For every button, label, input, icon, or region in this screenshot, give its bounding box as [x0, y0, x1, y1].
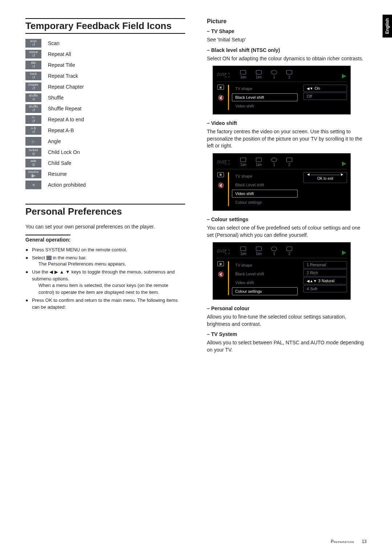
feedback-icon: safe⊘ [25, 159, 41, 167]
feedback-icon: title↺ [25, 61, 41, 69]
black-level-heading: – Black level shift (NTSC only) [207, 47, 367, 53]
feedback-icon-label: Child Safe [48, 160, 72, 166]
black-level-body: Select ON for adapting the colour dynami… [207, 55, 367, 62]
feedback-icon: shuffle↺ [25, 104, 41, 113]
feedback-icon: ▷ [25, 137, 41, 146]
osd-screenshot-colour: DVD ⛶ 1en 1en 1 2 ▶ ▣ 🔇 TV shapeBlack Le… [213, 242, 351, 300]
sound-tab-icon: 🔇 [218, 271, 224, 277]
feedback-icon-row: chapter↺Repeat Chapter [25, 82, 185, 91]
feedback-icon: A-B↺ [25, 126, 41, 135]
osd-screenshot-videoshift: DVD ⛶ 1en 1en 1 2 ▶ ▣ 🔇 TV shapeBlack Le… [213, 153, 351, 211]
tv-shape-body: See 'Initial Setup' [207, 36, 367, 44]
tv-system-heading: – TV System [207, 331, 367, 337]
feedback-icon-row: ✕Action prohibited [25, 181, 185, 189]
feedback-icon-label: Repeat A-B [48, 127, 74, 133]
sound-tab-icon: 🔇 [218, 182, 224, 188]
text: in the menu bar. [53, 255, 86, 260]
feedback-icon-row: title↺Repeat Title [25, 61, 185, 69]
video-shift-body: The factory centres the video on your sc… [207, 128, 367, 150]
text: Use the [32, 269, 49, 275]
feedback-icon: shuffle⤨ [25, 93, 41, 102]
feedback-icon: A-↺ [25, 115, 41, 124]
feedback-icon-label: Repeat Title [48, 62, 75, 68]
personal-colour-heading: – Personal colour [207, 305, 367, 311]
cursor-arrows-icon: ◀ ▶ ▲ ▼ [49, 269, 70, 275]
colour-settings-heading: – Colour settings [207, 216, 367, 222]
picture-tab-icon: ▣ [217, 85, 224, 90]
feedback-icon-row: repeat↺Repeat All [25, 50, 185, 58]
feedback-icon-row: safe⊘Child Safe [25, 159, 185, 167]
personal-preferences-title: Personal Preferences [25, 204, 185, 219]
general-operation-list: Press SYSTEM MENU on the remote control.… [25, 246, 185, 311]
left-column: Temporary Feedback Field Icons scan↺Scan… [25, 18, 185, 357]
tv-system-body: Allows you to select between PAL, NTSC a… [207, 339, 367, 353]
colour-settings-body: You can select one of five predefined se… [207, 224, 367, 239]
feedback-icon-row: shuffle↺Shuffle Repeat [25, 104, 185, 113]
pp-intro-text: You can set your own personal preference… [25, 224, 185, 230]
picture-tab-icon: ▣ [217, 172, 224, 177]
picture-heading: Picture [207, 18, 367, 25]
feedback-icon: scan↺ [25, 39, 41, 48]
osd-screenshot-blacklevel: DVD ⛶ 1en 1en 1 2 ▶ ▣ 🔇 TV shapeBlack Le… [213, 66, 351, 114]
feedback-icon-label: Shuffle [48, 95, 64, 101]
personal-colour-body: Allows you to fine-tune the selected col… [207, 313, 367, 328]
feedback-icon-label: Shuffle Repeat [48, 106, 81, 112]
right-column: Picture – TV Shape See 'Initial Setup' –… [207, 18, 367, 357]
feedback-icon-label: Scan [48, 40, 60, 46]
sub-text: The Personal Preferences menu appears. [32, 260, 185, 268]
feedback-icon: chapter↺ [25, 82, 41, 91]
feedback-icon-row: A-↺Repeat A to end [25, 115, 185, 124]
feedback-icon: track↺ [25, 72, 41, 80]
sound-tab-icon: 🔇 [218, 95, 224, 101]
bullet-select-menu: Select ⛶ in the menu bar. The Personal P… [25, 254, 185, 268]
picture-tab-icon: ▣ [217, 261, 224, 266]
language-tab: English [383, 15, 392, 37]
feedback-icon-row: A-B↺Repeat A-B [25, 126, 185, 135]
feedback-icon-label: Angle [48, 138, 61, 144]
footer-page-number: 13 [362, 539, 367, 544]
feedback-icon-label: Resume [48, 171, 67, 177]
footer-section: Preparation [331, 539, 354, 544]
tv-shape-heading: – TV Shape [207, 28, 367, 34]
bullet-use-keys: Use the ◀ ▶ ▲ ▼ keys to toggle through t… [25, 268, 185, 296]
sub-text: When a menu item is selected, the cursor… [32, 282, 185, 296]
bullet-press-ok: Press OK to confirm and return to the ma… [25, 297, 185, 311]
page-footer: Preparation 13 [331, 539, 367, 544]
feedback-icon-row: scan↺Scan [25, 39, 185, 48]
feedback-icon-label: Action prohibited [48, 182, 86, 188]
feedback-icon-row: shuffle⤨Shuffle [25, 93, 185, 102]
feedback-icon-label: Repeat Track [48, 73, 78, 79]
feedback-icon-label: Repeat All [48, 51, 71, 57]
menu-glyph-icon: ⛶ [46, 256, 52, 260]
feedback-icons-title: Temporary Feedback Field Icons [25, 18, 185, 34]
feedback-icon-label: Child Lock On [48, 149, 80, 155]
feedback-icon: resume▮▸ [25, 170, 41, 178]
video-shift-heading: – Video shift [207, 120, 367, 126]
text: Select [32, 255, 46, 260]
feedback-icon-label: Repeat Chapter [48, 84, 84, 90]
feedback-icon: repeat↺ [25, 50, 41, 58]
feedback-icon-row: track↺Repeat Track [25, 72, 185, 80]
bullet-system-menu: Press SYSTEM MENU on the remote control. [25, 246, 185, 254]
feedback-icon-row: resume▮▸Resume [25, 170, 185, 178]
feedback-icon-row: locked⊘Child Lock On [25, 148, 185, 157]
feedback-icon-row: ▷Angle [25, 137, 185, 146]
general-operation-heading: General operation: [25, 235, 70, 243]
feedback-icon-list: scan↺Scanrepeat↺Repeat Alltitle↺Repeat T… [25, 39, 185, 189]
feedback-icon: ✕ [25, 181, 41, 189]
feedback-icon-label: Repeat A to end [48, 117, 84, 122]
feedback-icon: locked⊘ [25, 148, 41, 157]
